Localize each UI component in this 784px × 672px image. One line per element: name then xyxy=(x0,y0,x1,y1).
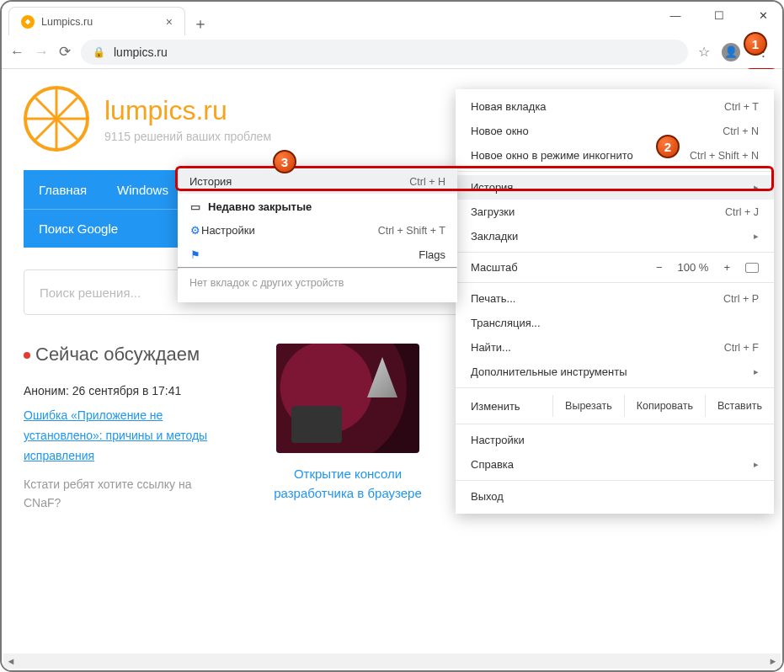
menu-cast[interactable]: Трансляция... xyxy=(456,311,774,335)
menu-bookmarks[interactable]: Закладки xyxy=(456,224,774,248)
edit-cut[interactable]: Вырезать xyxy=(552,395,624,417)
minimize-icon[interactable]: — xyxy=(663,7,688,24)
menu-edit-row: Изменить Вырезать Копировать Вставить xyxy=(456,392,774,420)
reload-icon[interactable]: ⟳ xyxy=(59,43,71,61)
address-bar[interactable]: 🔒 lumpics.ru xyxy=(81,40,688,65)
window-titlebar: Lumpics.ru × ＋ — ☐ ✕ xyxy=(2,2,782,35)
live-dot-icon xyxy=(24,352,30,359)
menu-settings[interactable]: Настройки xyxy=(456,428,774,452)
submenu-history[interactable]: ИсторияCtrl + H xyxy=(178,169,457,194)
discuss-widget: Сейчас обсуждаем Аноним: 26 сентября в 1… xyxy=(24,344,226,513)
site-logo-icon xyxy=(24,86,89,152)
new-tab-button[interactable]: ＋ xyxy=(189,12,212,35)
bookmark-star-icon[interactable]: ☆ xyxy=(698,44,710,60)
gear-icon: ⚙ xyxy=(189,224,201,237)
window-icon: ▭ xyxy=(189,200,201,213)
horizontal-scrollbar[interactable]: ◄ ► xyxy=(3,653,781,669)
discuss-link[interactable]: Ошибка «Приложение не установлено»: прич… xyxy=(24,408,207,462)
menu-history[interactable]: История xyxy=(456,175,774,200)
menu-new-tab[interactable]: Новая вкладкаCtrl + T xyxy=(456,94,774,119)
article-thumb-icon xyxy=(276,344,419,453)
scroll-left-icon[interactable]: ◄ xyxy=(3,653,19,669)
menu-find[interactable]: Найти...Ctrl + F xyxy=(456,335,774,360)
site-subtitle: 9115 решений ваших проблем xyxy=(104,130,271,143)
history-submenu: ИсторияCtrl + H ▭Недавно закрытые ⚙Настр… xyxy=(178,166,457,302)
tab-title: Lumpics.ru xyxy=(41,16,159,28)
edit-paste[interactable]: Вставить xyxy=(705,395,774,417)
menu-new-window[interactable]: Новое окноCtrl + N xyxy=(456,119,774,143)
nav-home[interactable]: Главная xyxy=(24,183,102,197)
browser-tab[interactable]: Lumpics.ru × xyxy=(8,7,185,35)
submenu-recently-closed-header: ▭Недавно закрытые xyxy=(178,194,457,218)
browser-toolbar: ← → ⟳ 🔒 lumpics.ru ☆ 👤 ⋮ xyxy=(2,35,782,69)
nav-google-search[interactable]: Поиск Google xyxy=(24,221,133,236)
submenu-flags[interactable]: ⚑Flags xyxy=(178,243,457,267)
menu-help[interactable]: Справка xyxy=(456,452,774,477)
menu-downloads[interactable]: ЗагрузкиCtrl + J xyxy=(456,200,774,224)
close-tab-icon[interactable]: × xyxy=(166,15,173,29)
menu-exit[interactable]: Выход xyxy=(456,484,774,509)
zoom-out-button[interactable]: − xyxy=(656,261,663,274)
chrome-main-menu: Новая вкладкаCtrl + T Новое окноCtrl + N… xyxy=(456,89,774,514)
menu-incognito[interactable]: Новое окно в режиме инкогнитоCtrl + Shif… xyxy=(456,143,774,168)
annotation-badge-3: 3 xyxy=(273,150,296,173)
tab-strip: Lumpics.ru × ＋ xyxy=(8,2,212,35)
scroll-right-icon[interactable]: ► xyxy=(765,653,781,669)
article-card-1[interactable]: Открытие консоли разработчика в браузере xyxy=(259,344,436,513)
search-placeholder: Поиск решения... xyxy=(40,285,141,300)
fullscreen-icon[interactable] xyxy=(745,263,759,273)
article-link[interactable]: Открытие консоли разработчика в браузере xyxy=(259,465,436,503)
profile-avatar-icon[interactable]: 👤 xyxy=(722,43,740,61)
zoom-in-button[interactable]: + xyxy=(723,261,730,274)
forward-icon[interactable]: → xyxy=(35,44,49,61)
close-window-icon[interactable]: ✕ xyxy=(750,7,776,24)
menu-print[interactable]: Печать...Ctrl + P xyxy=(456,286,774,311)
menu-zoom: Масштаб − 100 % + xyxy=(456,256,774,279)
maximize-icon[interactable]: ☐ xyxy=(707,7,732,24)
zoom-value: 100 % xyxy=(678,261,709,274)
lock-icon: 🔒 xyxy=(93,46,105,58)
back-icon[interactable]: ← xyxy=(10,44,24,61)
orange-favicon-icon xyxy=(21,15,35,29)
annotation-badge-2: 2 xyxy=(656,135,680,158)
submenu-no-tabs-note: Нет вкладок с других устройств xyxy=(178,269,457,299)
discuss-heading: Сейчас обсуждаем xyxy=(24,344,226,365)
edit-copy[interactable]: Копировать xyxy=(624,395,705,417)
submenu-settings[interactable]: ⚙НастройкиCtrl + Shift + T xyxy=(178,218,457,243)
menu-more-tools[interactable]: Дополнительные инструменты xyxy=(456,360,774,384)
annotation-badge-1: 1 xyxy=(744,32,767,56)
flag-icon: ⚑ xyxy=(189,248,201,261)
nav-windows[interactable]: Windows xyxy=(102,183,184,197)
url-text: lumpics.ru xyxy=(114,45,168,59)
discuss-meta: Аноним: 26 сентября в 17:41 xyxy=(24,384,226,397)
window-controls: — ☐ ✕ xyxy=(663,7,776,24)
discuss-footer: Кстати ребят хотите ссылку на CNaF? xyxy=(24,475,226,513)
site-title: lumpics.ru xyxy=(104,95,271,126)
